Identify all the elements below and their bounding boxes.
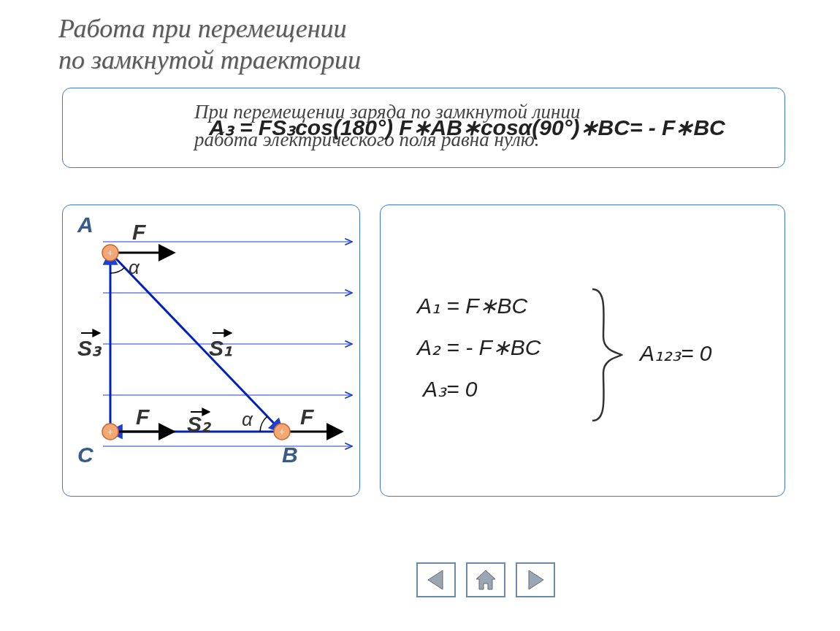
point-b-label: B (282, 443, 298, 467)
prev-button[interactable] (416, 562, 456, 597)
triangle-right-icon (523, 567, 548, 592)
alpha-label-2: α (242, 408, 253, 431)
equation-group: A₁ = F∗BC A₂ = - F∗BC A₃= 0 (417, 293, 541, 418)
overlay-formula: A₃ = FS₃cos(180°) F∗AB∗cosα(90°)∗BC= - F… (209, 115, 725, 140)
equation-a2: A₂ = - F∗BC (417, 334, 541, 360)
s1-label: S₁ (209, 335, 232, 361)
summary-panel: При перемещении заряда по замкнутой лини… (62, 88, 785, 168)
home-icon (473, 567, 498, 592)
equation-a1: A₁ = F∗BC (417, 293, 541, 318)
force-label-3: F (300, 405, 313, 429)
s2-label: S₂ (187, 411, 210, 437)
triangle-left-icon (424, 567, 448, 592)
equation-a3: A₃= 0 (423, 376, 541, 402)
title-line-1: Работа при перемещении (58, 13, 361, 45)
slide-title: Работа при перемещении по замкнутой трае… (58, 13, 361, 76)
home-button[interactable] (466, 562, 505, 597)
next-button[interactable] (516, 562, 555, 597)
equation-sum: A₁₂₃= 0 (640, 340, 712, 366)
equations-panel: A₁ = F∗BC A₂ = - F∗BC A₃= 0 A₁₂₃= 0 (380, 204, 785, 497)
s3-label: S₃ (77, 335, 101, 361)
svg-text:+: + (279, 427, 285, 437)
svg-text:+: + (107, 248, 113, 259)
alpha-label-1: α (129, 256, 140, 279)
svg-text:+: + (107, 427, 113, 437)
nav-button-group (416, 562, 555, 597)
curly-brace-icon (585, 286, 629, 424)
point-c-label: C (77, 443, 93, 467)
force-label-1: F (132, 220, 145, 245)
diagram-panel: + + + A B C F F F S₃ S₁ S₂ α α (62, 204, 360, 497)
title-line-2: по замкнутой траектории (58, 45, 361, 76)
point-a-label: A (77, 213, 93, 237)
force-label-2: F (136, 405, 149, 429)
